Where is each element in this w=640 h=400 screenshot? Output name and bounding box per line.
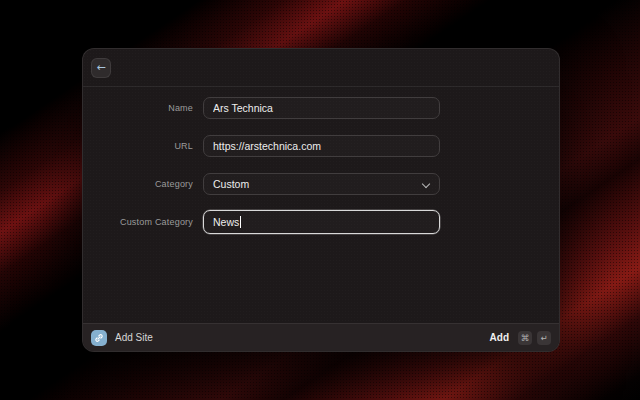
add-site-dialog: ← Name URL Category Custom Custom Catego… bbox=[82, 48, 560, 352]
back-button[interactable]: ← bbox=[91, 58, 111, 78]
category-label: Category bbox=[83, 179, 193, 189]
dialog-footer: Add Site Add ⌘ ↵ bbox=[83, 323, 559, 351]
back-arrow-icon: ← bbox=[96, 61, 105, 74]
command-key-icon: ⌘ bbox=[518, 331, 532, 345]
url-label: URL bbox=[83, 141, 193, 151]
custom-category-label: Custom Category bbox=[83, 217, 193, 227]
name-input[interactable] bbox=[203, 97, 440, 119]
dialog-header: ← bbox=[83, 49, 559, 87]
link-icon bbox=[91, 330, 107, 346]
desktop-background: { "dialog": { "back_icon_glyph": "←", "f… bbox=[0, 0, 640, 400]
name-label: Name bbox=[83, 103, 193, 113]
form-row-url: URL bbox=[83, 135, 559, 157]
form-row-category: Category Custom bbox=[83, 173, 559, 195]
add-site-form: Name URL Category Custom Custom Category… bbox=[83, 87, 559, 233]
chevron-down-icon bbox=[422, 180, 430, 188]
category-select[interactable]: Custom bbox=[203, 173, 440, 195]
footer-title: Add Site bbox=[115, 332, 153, 343]
custom-category-input[interactable]: News bbox=[203, 210, 440, 234]
form-row-name: Name bbox=[83, 97, 559, 119]
add-button-label: Add bbox=[490, 332, 509, 343]
return-key-icon: ↵ bbox=[537, 331, 551, 345]
url-input[interactable] bbox=[203, 135, 440, 157]
custom-category-value: News bbox=[213, 216, 239, 228]
category-selected-value: Custom bbox=[213, 178, 249, 190]
text-cursor bbox=[240, 216, 241, 228]
form-row-custom-category: Custom Category News bbox=[83, 211, 559, 233]
add-button[interactable]: Add ⌘ ↵ bbox=[490, 331, 551, 345]
